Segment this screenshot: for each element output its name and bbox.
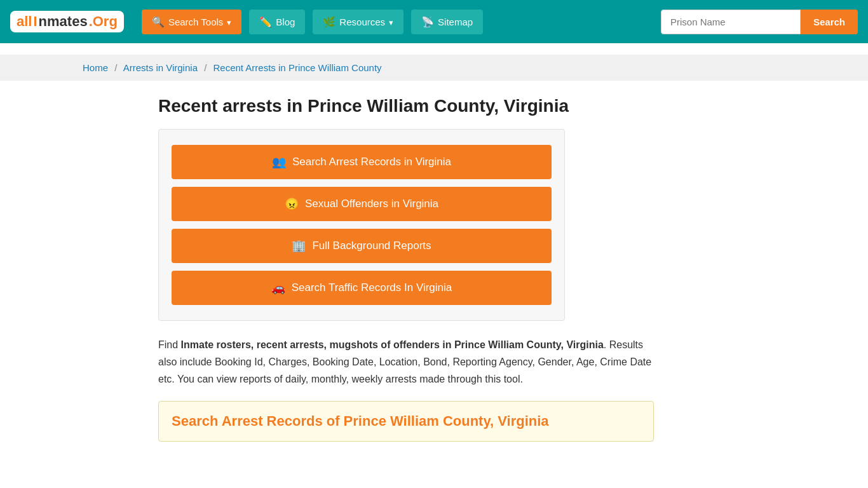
breadcrumb: Home / Arrests in Virginia / Recent Arre… <box>0 55 868 81</box>
logo-org: .Org <box>89 13 118 30</box>
logo-all: all <box>17 13 32 30</box>
chevron-down-icon <box>227 17 231 27</box>
blog-button[interactable]: Blog <box>249 10 305 34</box>
background-reports-button[interactable]: Full Background Reports <box>172 229 552 263</box>
description-prefix: Find <box>158 339 181 350</box>
prison-search-group: Search <box>661 10 858 34</box>
breadcrumb-recent-arrests[interactable]: Recent Arrests in Prince William County <box>214 62 382 73</box>
blog-icon <box>259 16 272 28</box>
background-reports-label: Full Background Reports <box>312 240 431 252</box>
prison-search-label: Search <box>813 17 845 27</box>
search-icon <box>152 16 165 28</box>
description-text: Find Inmate rosters, recent arrests, mug… <box>158 336 654 388</box>
breadcrumb-arrests-virginia[interactable]: Arrests in Virginia <box>123 62 198 73</box>
search-arrests-label: Search Arrest Records in Virginia <box>292 156 451 168</box>
traffic-records-button[interactable]: Search Traffic Records In Virginia <box>172 271 552 305</box>
offender-icon <box>285 197 299 211</box>
resources-button[interactable]: Resources <box>313 10 403 34</box>
logo-letter-I: I <box>33 13 37 30</box>
building-icon <box>292 239 306 253</box>
resources-label: Resources <box>339 17 385 27</box>
section-title: Search Arrest Records of Prince William … <box>172 413 641 430</box>
action-card: Search Arrest Records in Virginia Sexual… <box>158 129 565 321</box>
traffic-records-label: Search Traffic Records In Virginia <box>292 281 452 294</box>
logo-box: all I nmates .Org <box>10 11 124 32</box>
car-icon <box>271 281 285 295</box>
breadcrumb-sep-1: / <box>114 62 117 73</box>
blog-label: Blog <box>276 17 295 27</box>
sexual-offenders-button[interactable]: Sexual Offenders in Virginia <box>172 187 552 221</box>
navbar: all I nmates .Org Search Tools Blog Reso… <box>0 0 868 43</box>
sitemap-icon <box>421 16 434 28</box>
search-tools-button[interactable]: Search Tools <box>142 10 241 34</box>
main-content: Recent arrests in Prince William County,… <box>148 81 720 457</box>
description-bold: Inmate rosters, recent arrests, mugshots… <box>181 339 604 350</box>
prison-search-button[interactable]: Search <box>801 10 858 34</box>
sitemap-button[interactable]: Sitemap <box>411 10 483 34</box>
logo-inmates: nmates <box>39 13 88 30</box>
sexual-offenders-label: Sexual Offenders in Virginia <box>305 198 438 210</box>
page-title: Recent arrests in Prince William County,… <box>158 96 710 116</box>
users-icon <box>272 155 286 169</box>
chevron-resources-icon <box>389 17 393 27</box>
breadcrumb-sep-2: / <box>204 62 207 73</box>
search-tools-label: Search Tools <box>168 17 223 27</box>
prison-name-input[interactable] <box>661 10 801 34</box>
sitemap-label: Sitemap <box>438 17 473 27</box>
section-title-box: Search Arrest Records of Prince William … <box>158 401 654 442</box>
search-arrests-button[interactable]: Search Arrest Records in Virginia <box>172 145 552 179</box>
logo[interactable]: all I nmates .Org <box>10 11 124 32</box>
breadcrumb-home[interactable]: Home <box>83 62 108 73</box>
white-bar <box>0 43 868 55</box>
resources-icon <box>323 16 336 28</box>
